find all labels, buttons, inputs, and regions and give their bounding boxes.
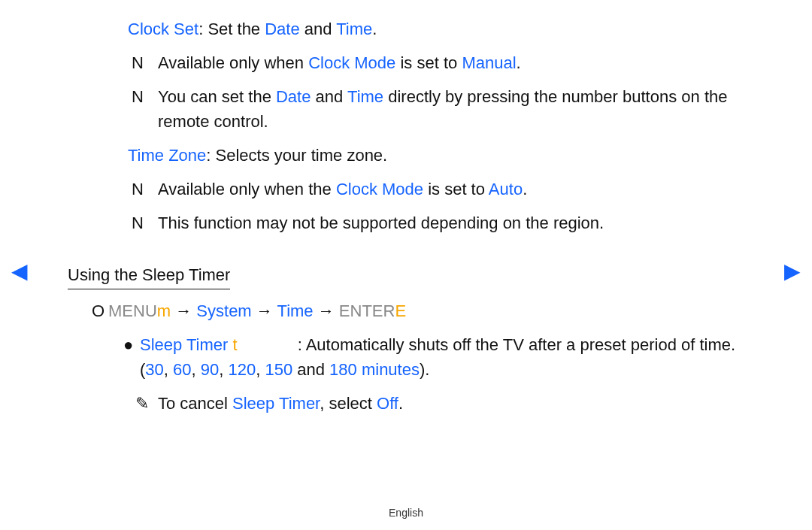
clock-mode-word: Clock Mode: [336, 180, 423, 198]
enter-word: ENTER: [339, 301, 395, 320]
note-marker: N: [132, 50, 158, 75]
arrow: →: [314, 301, 339, 320]
clock-set-label: Clock Set: [128, 20, 198, 38]
text: is set to: [395, 53, 462, 72]
text: .: [523, 180, 527, 198]
value-90: 90: [201, 360, 219, 379]
text: .: [517, 53, 521, 72]
section-heading: Using the Sleep Timer: [68, 262, 230, 289]
text: ,: [192, 360, 201, 379]
value-30: 30: [145, 360, 163, 379]
note-clock-mode-auto: NAvailable only when the Clock Mode is s…: [68, 177, 767, 201]
menu-marker: O: [92, 298, 108, 323]
text: .: [372, 20, 377, 38]
menu-word: MENU: [108, 301, 157, 320]
clock-set-line: Clock Set: Set the Date and Time.: [68, 17, 767, 41]
text: and: [292, 360, 329, 379]
time-word: Time: [336, 20, 372, 38]
value-150: 150: [265, 360, 292, 379]
clock-mode-word: Clock Mode: [308, 53, 395, 72]
menu-m-icon: m: [157, 301, 171, 320]
text: and: [311, 87, 347, 106]
sleep-timer-word: Sleep Timer: [232, 394, 320, 413]
text: Available only when: [158, 53, 308, 72]
time-zone-label: Time Zone: [128, 146, 206, 165]
date-word: Date: [276, 87, 311, 106]
off-word: Off: [377, 394, 398, 413]
value-120: 120: [228, 360, 256, 379]
arrow: →: [252, 301, 277, 320]
text: You can set the: [158, 87, 276, 106]
page-content: Clock Set: Set the Date and Time. NAvail…: [0, 0, 812, 416]
note-icon: ✎: [135, 391, 158, 416]
text: ,: [256, 360, 265, 379]
text: is set to: [423, 180, 489, 198]
text: , select: [320, 394, 377, 413]
time-word: Time: [277, 301, 314, 320]
note-marker: N: [132, 84, 158, 109]
value-180: 180 minutes: [329, 360, 420, 379]
system-word: System: [196, 301, 251, 320]
text: To cancel: [158, 394, 232, 413]
text: Available only when the: [158, 180, 336, 198]
text: .: [398, 394, 403, 413]
nav-prev-button[interactable]: ◀: [11, 256, 28, 287]
auto-word: Auto: [489, 180, 523, 198]
sleep-timer-t-icon: t: [228, 335, 237, 354]
text: ,: [164, 360, 173, 379]
text: : Set the: [198, 20, 265, 38]
menu-path-line: OMENUm → System → Time → ENTERE: [68, 298, 767, 323]
note-marker: N: [132, 210, 158, 235]
text: and: [300, 20, 337, 38]
note-marker: N: [132, 177, 158, 201]
text: ,: [219, 360, 228, 379]
text: : Selects your time zone.: [206, 146, 387, 165]
sleep-timer-label: Sleep Timer: [140, 335, 228, 354]
manual-word: Manual: [462, 53, 516, 72]
date-word: Date: [265, 20, 299, 38]
time-word: Time: [347, 87, 383, 106]
enter-e-icon: E: [395, 301, 406, 320]
note-clock-mode-manual: NAvailable only when Clock Mode is set t…: [68, 50, 767, 75]
value-60: 60: [173, 360, 191, 379]
bullet-marker: ●: [123, 332, 140, 357]
cancel-sleep-timer-line: ✎To cancel Sleep Timer, select Off.: [68, 391, 767, 416]
text: ).: [420, 360, 429, 379]
time-zone-line: Time Zone: Selects your time zone.: [68, 143, 767, 168]
note-date-time-remote: NYou can set the Date and Time directly …: [68, 84, 767, 134]
text: This function may not be supported depen…: [158, 214, 604, 232]
nav-next-button[interactable]: ▶: [784, 256, 801, 287]
sleep-timer-line: ●Sleep Timer t: Automatically shuts off …: [68, 332, 767, 382]
footer-language: English: [0, 505, 812, 521]
note-region-support: NThis function may not be supported depe…: [68, 210, 767, 235]
arrow: →: [171, 301, 196, 320]
